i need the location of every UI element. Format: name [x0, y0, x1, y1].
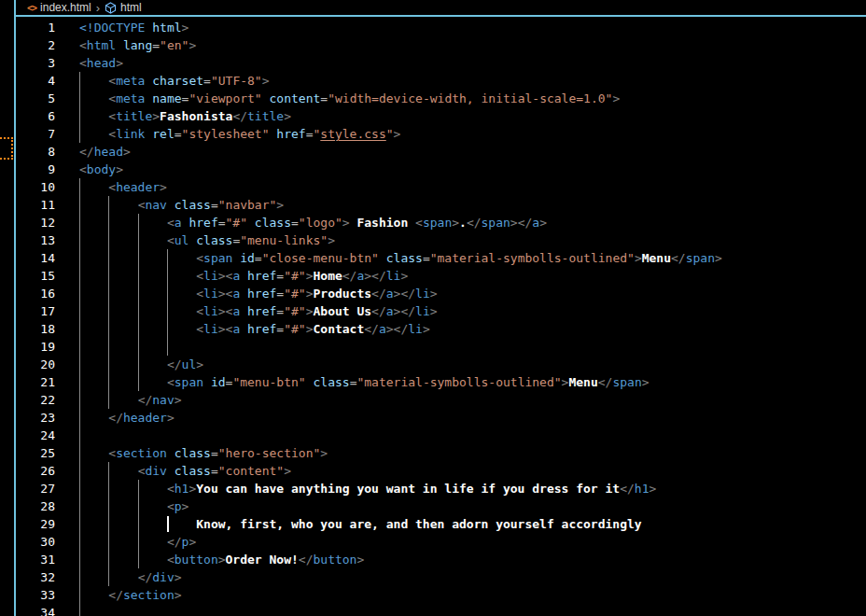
line-number[interactable]: 15	[16, 267, 55, 285]
line-number[interactable]: 25	[16, 444, 55, 462]
code-line[interactable]: 8</head>	[16, 143, 866, 161]
code-area[interactable]: 1<!DOCTYPE html>2<html lang="en">3<head>…	[16, 19, 866, 616]
code-line[interactable]: 1<!DOCTYPE html>	[16, 19, 866, 36]
code-content[interactable]: <meta charset="UTF-8">	[79, 72, 866, 90]
code-line[interactable]: 28 <p>	[16, 497, 866, 515]
breadcrumb-item-file[interactable]: <> index.html	[27, 1, 91, 14]
line-number[interactable]: 9	[16, 161, 55, 178]
code-line[interactable]: 26 <div class="content">	[16, 462, 866, 480]
code-content[interactable]: <link rel="stylesheet" href="style.css">	[79, 125, 866, 143]
code-line[interactable]: 21 <span id="menu-btn" class="material-s…	[16, 373, 866, 391]
code-line[interactable]: 4 <meta charset="UTF-8">	[16, 72, 866, 90]
code-line[interactable]: 32 </div>	[16, 568, 866, 586]
line-number[interactable]: 21	[16, 373, 55, 391]
code-line[interactable]: 30 </p>	[16, 533, 866, 551]
code-line[interactable]: 25 <section class="hero-section">	[16, 444, 866, 462]
code-line[interactable]: 6 <title>Fashonista</title>	[16, 107, 866, 125]
line-number[interactable]: 29	[16, 515, 55, 533]
code-content[interactable]: <body>	[79, 161, 866, 178]
code-line[interactable]: 13 <ul class="menu-links">	[16, 231, 866, 249]
line-number[interactable]: 3	[16, 54, 55, 72]
line-number[interactable]: 14	[16, 249, 55, 267]
code-content[interactable]: <nav class="navbar">	[79, 196, 866, 214]
line-number[interactable]: 2	[16, 36, 55, 54]
line-number[interactable]: 22	[16, 391, 55, 409]
line-number[interactable]: 31	[16, 551, 55, 568]
code-content[interactable]: <title>Fashonista</title>	[79, 107, 866, 125]
line-number[interactable]: 1	[16, 19, 55, 36]
code-line[interactable]: 33 </section>	[16, 586, 866, 604]
code-line[interactable]: 16 <li><a href="#">Products</a></li>	[16, 285, 866, 302]
code-line[interactable]: 31 <button>Order Now!</button>	[16, 551, 866, 568]
code-content[interactable]: <p>	[79, 497, 866, 515]
code-content[interactable]: Know, first, who you are, and then adorn…	[79, 515, 866, 533]
code-line[interactable]: 27 <h1>You can have anything you want in…	[16, 480, 866, 497]
code-content[interactable]: </header>	[79, 409, 866, 427]
line-number[interactable]: 11	[16, 196, 55, 214]
code-content[interactable]: <a href="#" class="logo"> Fashion <span>…	[79, 214, 866, 231]
code-content[interactable]: <li><a href="#">Home</a></li>	[79, 267, 866, 285]
code-line[interactable]: 34	[16, 604, 866, 616]
line-number[interactable]: 28	[16, 497, 55, 515]
line-number[interactable]: 19	[16, 338, 55, 356]
code-line[interactable]: 17 <li><a href="#">About Us</a></li>	[16, 302, 866, 320]
line-number[interactable]: 20	[16, 356, 55, 373]
line-number[interactable]: 24	[16, 427, 55, 444]
code-content[interactable]: <span id="menu-btn" class="material-symb…	[79, 373, 866, 391]
code-content[interactable]: </head>	[79, 143, 866, 161]
code-line[interactable]: 5 <meta name="viewport" content="width=d…	[16, 90, 866, 107]
line-number[interactable]: 4	[16, 72, 55, 90]
code-line[interactable]: 2<html lang="en">	[16, 36, 866, 54]
code-line[interactable]: 3<head>	[16, 54, 866, 72]
line-number[interactable]: 26	[16, 462, 55, 480]
line-number[interactable]: 18	[16, 320, 55, 338]
code-line[interactable]: 12 <a href="#" class="logo"> Fashion <sp…	[16, 214, 866, 231]
line-number[interactable]: 34	[16, 604, 55, 616]
line-number[interactable]: 6	[16, 107, 55, 125]
code-content[interactable]: <head>	[79, 54, 866, 72]
code-line[interactable]: 22 </nav>	[16, 391, 866, 409]
code-content[interactable]: <header>	[79, 178, 866, 196]
line-number[interactable]: 13	[16, 231, 55, 249]
code-content[interactable]: </p>	[79, 533, 866, 551]
line-number[interactable]: 23	[16, 409, 55, 427]
line-number[interactable]: 5	[16, 90, 55, 107]
code-content[interactable]: <h1>You can have anything you want in li…	[79, 480, 866, 497]
line-number[interactable]: 27	[16, 480, 55, 497]
code-content[interactable]: <li><a href="#">Products</a></li>	[79, 285, 866, 302]
code-line[interactable]: 19	[16, 338, 866, 356]
code-content[interactable]: </div>	[79, 568, 866, 586]
line-number[interactable]: 10	[16, 178, 55, 196]
code-content[interactable]	[79, 338, 866, 356]
code-line[interactable]: 10 <header>	[16, 178, 866, 196]
code-line[interactable]: 7 <link rel="stylesheet" href="style.css…	[16, 125, 866, 143]
code-line[interactable]: 14 <span id="close-menu-btn" class="mate…	[16, 249, 866, 267]
code-content[interactable]: <ul class="menu-links">	[79, 231, 866, 249]
code-content[interactable]	[79, 427, 866, 444]
code-content[interactable]: <section class="hero-section">	[79, 444, 866, 462]
code-line[interactable]: 11 <nav class="navbar">	[16, 196, 866, 214]
line-number[interactable]: 12	[16, 214, 55, 231]
code-line[interactable]: 23 </header>	[16, 409, 866, 427]
code-content[interactable]: <html lang="en">	[79, 36, 866, 54]
code-line[interactable]: 15 <li><a href="#">Home</a></li>	[16, 267, 866, 285]
code-content[interactable]: <li><a href="#">Contact</a></li>	[79, 320, 866, 338]
code-content[interactable]	[79, 604, 866, 616]
code-content[interactable]: <button>Order Now!</button>	[79, 551, 866, 568]
line-number[interactable]: 8	[16, 143, 55, 161]
breadcrumb-item-symbol[interactable]: html	[105, 1, 142, 14]
line-number[interactable]: 33	[16, 586, 55, 604]
code-content[interactable]: <meta name="viewport" content="width=dev…	[79, 90, 866, 107]
code-line[interactable]: 29 Know, first, who you are, and then ad…	[16, 515, 866, 533]
code-content[interactable]: <div class="content">	[79, 462, 866, 480]
line-number[interactable]: 32	[16, 568, 55, 586]
code-content[interactable]: </nav>	[79, 391, 866, 409]
line-number[interactable]: 30	[16, 533, 55, 551]
code-line[interactable]: 24	[16, 427, 866, 444]
code-content[interactable]: </section>	[79, 586, 866, 604]
line-number[interactable]: 17	[16, 302, 55, 320]
code-content[interactable]: <span id="close-menu-btn" class="materia…	[79, 249, 866, 267]
code-content[interactable]: <li><a href="#">About Us</a></li>	[79, 302, 866, 320]
code-content[interactable]: </ul>	[79, 356, 866, 373]
code-line[interactable]: 18 <li><a href="#">Contact</a></li>	[16, 320, 866, 338]
